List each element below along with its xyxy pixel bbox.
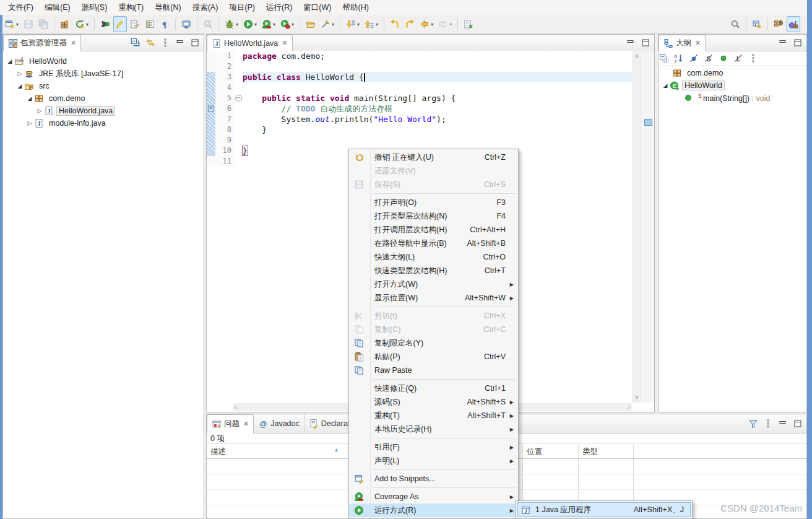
collapse-all-button[interactable] <box>130 37 141 48</box>
code-text[interactable]: public class HelloWorld { <box>243 72 632 82</box>
search-button[interactable] <box>728 16 742 32</box>
menu-item[interactable]: 粘贴(P)Ctrl+V <box>349 350 518 364</box>
debug-dropdown-icon[interactable]: ▾ <box>236 22 238 27</box>
fold-margin[interactable] <box>235 51 243 61</box>
code-line[interactable]: 3public class HelloWorld { <box>207 72 632 82</box>
tree-item[interactable]: ◢com.demo <box>3 92 204 105</box>
next-annotation-button[interactable]: ▾ <box>344 16 361 32</box>
code-text[interactable]: // TODO 自动生成的方法存根 <box>243 103 632 114</box>
menu-item[interactable]: 保存(S)Ctrl+S <box>349 178 518 191</box>
code-text[interactable]: System.out.println("Hello World"); <box>243 114 632 124</box>
menu-item[interactable]: 复制限定名(Y) <box>349 336 518 350</box>
coverage-dropdown-icon[interactable]: ▾ <box>273 22 275 27</box>
run-dropdown-icon[interactable]: ▾ <box>254 22 257 27</box>
menu-item[interactable]: 还原文件(V) <box>349 164 518 178</box>
column-header[interactable]: 类型 <box>582 445 598 458</box>
code-line[interactable]: 4 <box>207 82 632 93</box>
refresh-new-button[interactable]: ▾ <box>73 16 90 32</box>
menu-item[interactable]: 显示位置(W)Alt+Shift+W▶ <box>349 291 518 305</box>
code-line[interactable]: 2 <box>207 61 632 72</box>
code-text[interactable] <box>243 61 632 72</box>
tab-javadoc[interactable]: @Javadoc <box>254 414 304 433</box>
coverage-button[interactable]: ▾ <box>260 16 277 32</box>
block-selection-button[interactable] <box>143 16 157 32</box>
fold-margin[interactable] <box>235 72 243 82</box>
nav-back-button[interactable]: ▾ <box>418 16 435 32</box>
menu-item[interactable]: Add to Snippets... <box>349 472 518 486</box>
tree-item[interactable]: ▷JHelloWorld.java <box>3 105 204 117</box>
expander-icon[interactable]: ▷ <box>35 108 44 114</box>
editor-vscrollbar[interactable]: ∧ ∨ <box>632 51 642 403</box>
menu-item[interactable]: 复制(C)Ctrl+C <box>349 323 518 336</box>
nav-forward-button[interactable]: ▾ <box>436 16 454 32</box>
new-wizard-dropdown-icon[interactable]: ▾ <box>16 22 19 27</box>
code-text[interactable] <box>243 135 632 146</box>
fold-margin[interactable] <box>235 156 243 167</box>
menu-item[interactable]: 重构(T)Alt+Shift+T▶ <box>349 409 518 422</box>
fold-margin[interactable] <box>235 82 243 93</box>
minimize-button[interactable] <box>777 418 788 429</box>
hide-local-types-button[interactable]: L <box>733 53 744 64</box>
new-package-button[interactable] <box>58 16 72 32</box>
external-tools-dropdown-icon[interactable]: ▾ <box>332 22 334 27</box>
profile-dropdown-icon[interactable]: ▾ <box>292 22 294 27</box>
outline-item[interactable]: Smain(String[]) : void <box>659 92 806 104</box>
menu-item[interactable]: 剪切(t)Ctrl+X <box>349 309 518 323</box>
nav-forward-dropdown-icon[interactable]: ▾ <box>449 22 452 27</box>
menu-item[interactable]: 打开类型层次结构(N)F4 <box>349 209 518 223</box>
hide-non-public-button[interactable] <box>718 53 729 64</box>
fold-margin[interactable] <box>235 146 243 156</box>
expander-icon[interactable]: ▷ <box>25 120 34 126</box>
code-line[interactable]: 5− public static void main(String[] args… <box>207 93 632 103</box>
maximize-icon[interactable] <box>792 37 803 48</box>
java-perspective-button[interactable]: J <box>787 16 800 32</box>
menubar-item-5[interactable]: 搜索(A) <box>187 0 224 15</box>
fold-collapse-icon[interactable]: − <box>235 95 242 102</box>
menu-item[interactable]: 快速大纲(L)Ctrl+O <box>349 250 518 264</box>
fold-margin[interactable] <box>235 124 243 135</box>
tree-item[interactable]: ▷JRE 系统库 [JavaSE-17] <box>3 68 204 80</box>
overview-marker[interactable] <box>644 119 652 126</box>
prev-annotation-button[interactable]: ▾ <box>363 16 380 32</box>
menu-item[interactable]: 快速类型层次结构(H)Ctrl+T <box>349 264 518 277</box>
menubar-item-1[interactable]: 编辑(E) <box>39 0 76 15</box>
external-tools-button[interactable]: ▾ <box>319 16 336 32</box>
menu-item[interactable]: 源码(S)Alt+Shift+S▶ <box>349 395 518 409</box>
maximize-icon[interactable] <box>640 37 651 48</box>
collapse-all-button[interactable] <box>659 53 670 64</box>
tree-item[interactable]: ◢src <box>3 80 204 92</box>
menu-item[interactable]: 打开调用层次结构(H)Ctrl+Alt+H <box>349 223 518 237</box>
code-text[interactable]: public static void main(String[] args) { <box>243 93 632 103</box>
column-header[interactable]: 位置 <box>527 445 542 458</box>
menu-item[interactable]: 打开声明(O)F3 <box>349 196 518 209</box>
menu-item[interactable]: 打开方式(W)▶ <box>349 277 518 291</box>
menu-item[interactable]: 在路径导航中显示(B)Alt+Shift+B <box>349 237 518 250</box>
tab-problems[interactable]: 问题✕ <box>207 414 254 434</box>
close-icon[interactable]: ✕ <box>282 39 287 47</box>
close-icon[interactable]: ✕ <box>695 39 701 47</box>
expander-icon[interactable]: ▷ <box>15 71 24 77</box>
menubar-item-0[interactable]: 文件(F) <box>2 0 39 15</box>
tree-item[interactable]: ▷Jmodule-info.java <box>3 117 204 129</box>
search-disabled-button[interactable] <box>201 16 215 32</box>
sort-az-button[interactable]: az <box>673 53 685 64</box>
menu-item[interactable]: Coverage As▶ <box>349 490 518 504</box>
menu-item[interactable]: 引用(F)▶ <box>349 440 518 454</box>
run-button[interactable]: ▾ <box>241 16 259 32</box>
debug-button[interactable]: ▾ <box>223 16 240 32</box>
minimize-button[interactable] <box>175 37 186 48</box>
submenu-item-java-application[interactable]: J1 Java 应用程序Alt+Shift+X、J <box>517 502 691 517</box>
view-menu-button[interactable] <box>160 37 171 48</box>
maximize-button[interactable] <box>189 37 201 48</box>
code-line[interactable]: 8 } <box>207 124 632 135</box>
filter-button[interactable] <box>748 418 759 429</box>
open-perspective-button[interactable] <box>750 16 764 32</box>
menu-item[interactable]: 运行方式(R)▶ <box>349 504 518 517</box>
expander-icon[interactable]: ◢ <box>25 95 34 102</box>
save-button[interactable] <box>22 16 35 32</box>
minimize-icon[interactable] <box>777 37 788 48</box>
open-task-button[interactable] <box>98 16 112 32</box>
hide-static-button[interactable]: S <box>703 53 714 64</box>
menubar-item-7[interactable]: 运行(R) <box>261 0 298 15</box>
code-line[interactable]: 1package com.demo; <box>207 51 632 61</box>
